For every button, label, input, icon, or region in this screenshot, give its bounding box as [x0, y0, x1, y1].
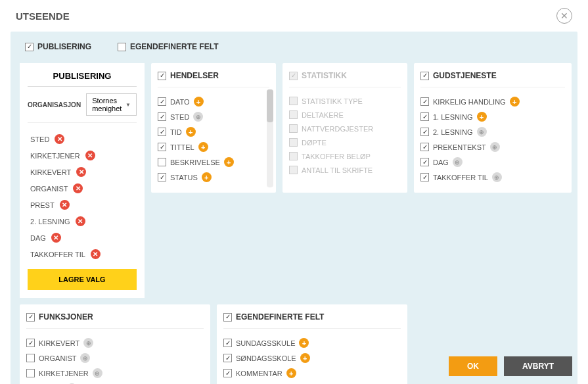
item-label: DØPTE: [302, 139, 327, 147]
remove-icon[interactable]: ✕: [85, 151, 95, 160]
ok-button[interactable]: OK: [449, 356, 497, 376]
checkbox-icon[interactable]: [158, 112, 166, 121]
checkbox-icon[interactable]: [223, 369, 232, 377]
modal-title: UTSEENDE: [16, 11, 70, 22]
pub-item-label: ORGANIST: [30, 185, 68, 193]
item-label: DAG: [433, 158, 449, 166]
list-item[interactable]: NATTVERDGJESTER: [289, 122, 401, 135]
globe-icon[interactable]: ⊕: [80, 353, 90, 363]
list-item[interactable]: STATISTIKK TYPE: [289, 94, 401, 108]
checkbox-icon[interactable]: [223, 354, 232, 362]
checkbox-icon[interactable]: [158, 158, 166, 166]
checkbox-icon[interactable]: [420, 97, 429, 106]
plus-icon[interactable]: +: [286, 368, 296, 378]
pub-item-label: PREST: [30, 201, 55, 209]
plus-icon[interactable]: +: [198, 142, 208, 152]
checkbox-icon[interactable]: [158, 128, 166, 136]
checkbox-icon[interactable]: [26, 354, 35, 362]
list-item[interactable]: PREST⊕: [26, 381, 204, 384]
globe-icon[interactable]: ⊕: [477, 127, 487, 137]
list-item[interactable]: DELTAKERE: [289, 108, 401, 122]
checkbox-icon[interactable]: [158, 97, 166, 106]
org-value: Stornes menighet: [92, 97, 125, 112]
card-checkbox[interactable]: [158, 72, 166, 80]
list-item[interactable]: TID+: [158, 124, 269, 139]
list-item[interactable]: KIRKETJENER⊕: [26, 366, 204, 381]
checkbox-icon[interactable]: [26, 369, 35, 377]
list-item[interactable]: ANTALL TIL SKRIFTE: [289, 163, 401, 177]
checkbox-icon[interactable]: [420, 173, 429, 181]
checkbox-icon[interactable]: [26, 339, 35, 347]
pub-item: KIRKEVERT✕: [28, 164, 137, 180]
checkbox-icon[interactable]: [420, 143, 429, 151]
list-item[interactable]: KOMMENTAR+: [223, 366, 401, 381]
globe-icon[interactable]: ⊕: [453, 157, 463, 167]
plus-icon[interactable]: +: [186, 127, 196, 137]
publisering-panel: PUBLISERING ORGANISASJON Stornes menighe…: [20, 63, 145, 298]
list-item[interactable]: BESKRIVELSE+: [158, 155, 269, 170]
close-button[interactable]: ✕: [556, 8, 572, 24]
plus-icon[interactable]: +: [510, 97, 520, 107]
remove-icon[interactable]: ✕: [76, 167, 86, 177]
card-title: GUDSTJENESTE: [433, 71, 497, 80]
list-item[interactable]: ORGANIST⊕: [26, 350, 204, 366]
globe-icon[interactable]: ⊕: [490, 142, 500, 152]
list-item[interactable]: 2. LESNING⊕: [420, 124, 565, 139]
list-item[interactable]: DAG⊕: [420, 155, 565, 170]
top-check-publisering[interactable]: PUBLISERING: [25, 42, 91, 51]
card-checkbox[interactable]: [26, 313, 35, 322]
list-item[interactable]: TITTEL+: [158, 139, 269, 155]
checkbox-icon: [289, 97, 298, 105]
card-checkbox[interactable]: [420, 72, 429, 80]
list-item[interactable]: PREKENTEKST⊕: [420, 139, 565, 155]
plus-icon[interactable]: +: [477, 112, 487, 122]
card-title: STATISTIKK: [302, 71, 347, 80]
checkbox-icon: [289, 138, 298, 147]
checkbox-icon[interactable]: [420, 112, 429, 121]
remove-icon[interactable]: ✕: [73, 183, 83, 193]
save-button[interactable]: LAGRE VALG: [28, 269, 137, 290]
globe-icon[interactable]: ⊕: [492, 172, 502, 182]
list-item[interactable]: DØPTE: [289, 135, 401, 149]
org-select[interactable]: Stornes menighet ▼: [86, 93, 137, 116]
list-item[interactable]: SØNDAGSSKOLE+: [223, 350, 401, 366]
plus-icon[interactable]: +: [300, 353, 310, 363]
list-item[interactable]: KIRKEVERT⊕: [26, 335, 204, 350]
item-label: DATO: [170, 98, 190, 106]
remove-icon[interactable]: ✕: [60, 200, 70, 210]
card-checkbox[interactable]: [223, 313, 232, 322]
globe-icon[interactable]: ⊕: [193, 112, 203, 122]
list-item[interactable]: STATUS+: [158, 170, 269, 185]
list-item[interactable]: DATO+: [158, 94, 269, 109]
remove-icon[interactable]: ✕: [55, 134, 64, 144]
plus-icon[interactable]: +: [299, 338, 309, 348]
checkbox-icon[interactable]: [420, 158, 429, 166]
checkbox-icon[interactable]: [158, 173, 166, 181]
list-item[interactable]: KIRKELIG HANDLING+: [420, 94, 565, 109]
checkbox-icon[interactable]: [158, 143, 166, 151]
item-label: NATTVERDGJESTER: [302, 125, 373, 133]
remove-icon[interactable]: ✕: [76, 216, 85, 226]
checkbox-icon[interactable]: [420, 128, 429, 136]
globe-icon[interactable]: ⊕: [93, 368, 102, 378]
cancel-button[interactable]: AVBRYT: [504, 356, 572, 376]
scrollbar[interactable]: [267, 89, 273, 187]
list-item[interactable]: STED⊕: [158, 109, 269, 124]
pub-item: KIRKETJENER✕: [28, 147, 137, 164]
plus-icon[interactable]: +: [194, 97, 204, 107]
top-check-egendefinerte[interactable]: EGENDEFINERTE FELT: [118, 42, 218, 51]
globe-icon[interactable]: ⊕: [83, 338, 93, 348]
plus-icon[interactable]: +: [224, 157, 234, 167]
list-item[interactable]: SUNDAGSSKULE+: [223, 335, 401, 350]
remove-icon[interactable]: ✕: [51, 233, 61, 243]
item-label: STATUS: [170, 174, 198, 181]
pub-item: ORGANIST✕: [28, 180, 137, 197]
list-item[interactable]: 1. LESNING+: [420, 109, 565, 124]
remove-icon[interactable]: ✕: [91, 249, 101, 259]
list-item[interactable]: TAKKOFFER BELØP: [289, 149, 401, 163]
card-funksjoner: FUNKSJONER KIRKEVERT⊕ORGANIST⊕KIRKETJENE…: [20, 304, 210, 384]
item-label: STED: [170, 113, 189, 121]
plus-icon[interactable]: +: [202, 172, 212, 182]
checkbox-icon[interactable]: [223, 339, 232, 347]
list-item[interactable]: TAKKOFFER TIL⊕: [420, 170, 565, 185]
